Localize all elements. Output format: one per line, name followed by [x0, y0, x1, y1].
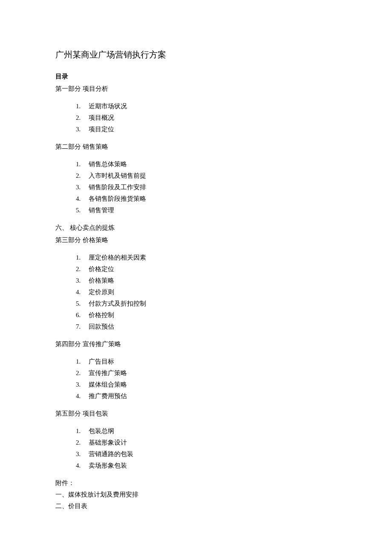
list-item: 7.回款预估	[76, 321, 337, 332]
list-item: 3.媒体组合策略	[76, 379, 337, 390]
item-number: 1.	[76, 356, 86, 367]
item-text: 卖场形象包装	[89, 462, 127, 469]
list-item: 5.付款方式及折扣控制	[76, 298, 337, 309]
item-number: 1.	[76, 425, 86, 437]
list-item: 3.项目定位	[76, 124, 337, 135]
item-number: 1.	[76, 101, 86, 112]
section-heading: 第二部分 销售策略	[55, 141, 337, 153]
extra-line: 六、 核心卖点的提炼	[55, 222, 337, 234]
item-text: 付款方式及折扣控制	[89, 300, 146, 307]
item-number: 1.	[76, 159, 86, 170]
list-item: 6.价格控制	[76, 309, 337, 321]
item-number: 4.	[76, 193, 86, 205]
list-item: 1.广告目标	[76, 356, 337, 367]
appendix-item: 一、媒体投放计划及费用安排	[55, 489, 337, 500]
document-title: 广州某商业广场营销执行方案	[55, 47, 337, 62]
toc-list: 1.近期市场状况 2.项目概况 3.项目定位	[55, 101, 337, 135]
item-number: 3.	[76, 448, 86, 460]
appendix-item: 二、价目表	[55, 500, 337, 512]
appendix-heading: 附件：	[55, 477, 337, 489]
toc-list: 1.厘定价格的相关因素 2.价格定位 3.价格策略 4.定价原则 5.付款方式及…	[55, 252, 337, 332]
item-text: 基础形象设计	[89, 439, 127, 446]
item-text: 价格定位	[89, 266, 114, 272]
item-number: 7.	[76, 321, 86, 332]
item-number: 2.	[76, 263, 86, 275]
item-number: 2.	[76, 112, 86, 124]
toc-heading: 目录	[55, 71, 337, 82]
item-number: 4.	[76, 286, 86, 298]
list-item: 1.销售总体策略	[76, 159, 337, 170]
item-number: 6.	[76, 309, 86, 321]
toc-list: 1.销售总体策略 2.入市时机及销售前提 3.销售阶段及工作安排 4.各销售阶段…	[55, 159, 337, 216]
list-item: 2.入市时机及销售前提	[76, 170, 337, 182]
list-item: 3.营销通路的包装	[76, 448, 337, 460]
item-text: 推广费用预估	[89, 393, 127, 399]
list-item: 1.厘定价格的相关因素	[76, 252, 337, 263]
item-text: 包装总纲	[89, 428, 114, 434]
section-heading: 第五部分 项目包装	[55, 408, 337, 419]
item-text: 定价原则	[89, 289, 114, 295]
item-number: 3.	[76, 379, 86, 390]
item-text: 销售总体策略	[89, 161, 127, 168]
item-number: 5.	[76, 298, 86, 309]
item-number: 2.	[76, 367, 86, 379]
toc-list: 1.广告目标 2.宣传推广策略 3.媒体组合策略 4.推广费用预估	[55, 356, 337, 402]
item-number: 1.	[76, 252, 86, 263]
list-item: 1.包装总纲	[76, 425, 337, 437]
list-item: 4.定价原则	[76, 286, 337, 298]
list-item: 2.项目概况	[76, 112, 337, 124]
item-number: 4.	[76, 390, 86, 402]
list-item: 2.基础形象设计	[76, 437, 337, 448]
item-number: 3.	[76, 275, 86, 286]
list-item: 2.价格定位	[76, 263, 337, 275]
item-text: 价格策略	[89, 277, 114, 284]
item-text: 项目概况	[89, 114, 114, 121]
item-text: 近期市场状况	[89, 103, 127, 110]
list-item: 3.销售阶段及工作安排	[76, 182, 337, 193]
list-item: 4.推广费用预估	[76, 390, 337, 402]
item-text: 价格控制	[89, 312, 114, 318]
item-text: 销售管理	[89, 207, 114, 214]
section-heading: 第四部分 宣传推广策略	[55, 338, 337, 350]
item-number: 5.	[76, 205, 86, 216]
list-item: 2.宣传推广策略	[76, 367, 337, 379]
item-text: 回款预估	[89, 323, 114, 330]
item-text: 宣传推广策略	[89, 370, 127, 376]
item-text: 入市时机及销售前提	[89, 172, 146, 179]
item-text: 广告目标	[89, 358, 114, 365]
item-number: 3.	[76, 182, 86, 193]
item-text: 厘定价格的相关因素	[89, 254, 146, 261]
section-heading: 第三部分 价格策略	[55, 234, 337, 246]
list-item: 5.销售管理	[76, 205, 337, 216]
item-text: 媒体组合策略	[89, 381, 127, 388]
toc-list: 1.包装总纲 2.基础形象设计 3.营销通路的包装 4.卖场形象包装	[55, 425, 337, 471]
list-item: 3.价格策略	[76, 275, 337, 286]
section-heading: 第一部分 项目分析	[55, 83, 337, 95]
item-number: 2.	[76, 437, 86, 448]
item-number: 2.	[76, 170, 86, 182]
appendix-block: 附件： 一、媒体投放计划及费用安排 二、价目表	[55, 477, 337, 512]
list-item: 4.各销售阶段推货策略	[76, 193, 337, 205]
list-item: 4.卖场形象包装	[76, 460, 337, 471]
list-item: 1.近期市场状况	[76, 101, 337, 112]
item-text: 营销通路的包装	[89, 451, 133, 457]
item-number: 3.	[76, 124, 86, 135]
item-text: 项目定位	[89, 126, 114, 133]
item-number: 4.	[76, 460, 86, 471]
item-text: 各销售阶段推货策略	[89, 195, 146, 202]
item-text: 销售阶段及工作安排	[89, 184, 146, 191]
